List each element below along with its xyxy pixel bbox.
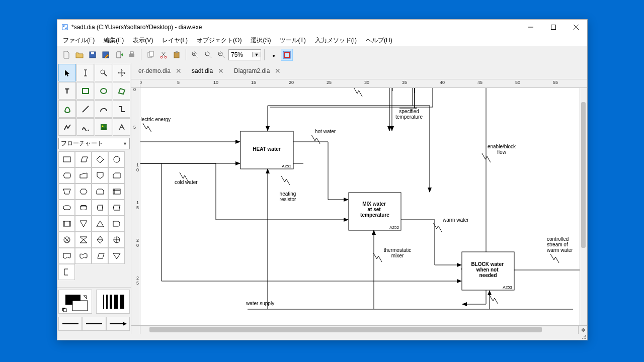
tool-pointer[interactable] xyxy=(58,64,76,81)
diagram: HEAT water A251 MIX water at set tempera… xyxy=(140,88,580,324)
tool-ellipse[interactable] xyxy=(95,82,112,100)
tab-er-demo[interactable]: er-demo.dia✕ xyxy=(133,65,186,77)
toolbox: T フローチャート ▼ xyxy=(57,63,131,334)
shape-display[interactable] xyxy=(58,167,75,184)
tool-zoom[interactable] xyxy=(95,64,112,81)
menu-file[interactable]: ファイル(F) xyxy=(58,35,99,46)
shape-data[interactable] xyxy=(92,248,108,264)
save-icon[interactable] xyxy=(87,49,99,61)
open-icon[interactable] xyxy=(73,49,86,61)
shape-delay[interactable] xyxy=(108,216,125,232)
color-swatch[interactable] xyxy=(58,290,92,314)
shape-manual-op[interactable] xyxy=(58,184,75,200)
menu-help[interactable]: ヘルプ(H) xyxy=(361,35,397,46)
tool-scroll[interactable] xyxy=(113,64,130,81)
app-window: *sadt.dia (C:¥Users¥softaro¥Desktop) - d… xyxy=(57,19,588,340)
tool-outline[interactable] xyxy=(113,118,130,136)
maximize-button[interactable] xyxy=(542,20,565,35)
shape-collate[interactable] xyxy=(75,232,92,248)
sheet-selector[interactable]: フローチャート ▼ xyxy=(58,138,130,149)
shape-extract[interactable] xyxy=(75,216,92,232)
tool-arc[interactable] xyxy=(95,100,112,118)
menu-objects[interactable]: オブジェクト(O) xyxy=(192,35,246,46)
zoom-fit-icon[interactable] xyxy=(202,49,214,61)
shape-or[interactable] xyxy=(108,232,125,248)
svg-rect-65 xyxy=(584,338,585,339)
shape-parallelogram[interactable] xyxy=(75,151,92,167)
saveas-icon[interactable] xyxy=(100,49,112,61)
close-icon[interactable]: ✕ xyxy=(273,67,283,75)
tool-polygon[interactable] xyxy=(113,82,130,100)
close-icon[interactable]: ✕ xyxy=(216,67,226,75)
shape-direct-data[interactable] xyxy=(92,200,108,216)
cut-icon[interactable] xyxy=(157,49,170,61)
tool-text-edit[interactable] xyxy=(76,64,94,81)
snap-object-icon[interactable] xyxy=(281,49,293,61)
menu-input[interactable]: 入力メソッド(I) xyxy=(310,35,361,46)
shape-process[interactable] xyxy=(58,151,75,167)
shape-annotation[interactable] xyxy=(58,264,75,280)
shape-predefined[interactable] xyxy=(58,216,75,232)
horizontal-scrollbar[interactable] xyxy=(140,325,578,334)
zoom-in-icon[interactable] xyxy=(189,49,201,61)
vertical-scrollbar[interactable] xyxy=(580,88,587,325)
new-icon[interactable] xyxy=(60,49,72,61)
menu-select[interactable]: 選択(S) xyxy=(246,35,275,46)
shape-sum[interactable] xyxy=(58,232,75,248)
shape-merge2[interactable] xyxy=(108,248,125,264)
shape-offpage[interactable] xyxy=(92,167,108,184)
menu-edit[interactable]: 編集(E) xyxy=(99,35,128,46)
paste-icon[interactable] xyxy=(171,49,183,61)
canvas-nav-icon[interactable]: ✥ xyxy=(578,325,587,334)
copy-icon[interactable] xyxy=(144,49,156,61)
menu-layers[interactable]: レイヤ(L) xyxy=(157,35,192,46)
tool-beziergon[interactable] xyxy=(58,100,76,118)
arrow-start[interactable] xyxy=(58,317,82,331)
arrow-end[interactable] xyxy=(106,317,130,331)
svg-rect-68 xyxy=(584,336,585,337)
shape-terminator[interactable] xyxy=(58,200,75,216)
menu-tools[interactable]: ツール(T) xyxy=(275,35,310,46)
tab-sadt[interactable]: sadt.dia✕ xyxy=(187,65,228,77)
shape-decision[interactable] xyxy=(92,151,108,167)
zoom-value[interactable]: 75% xyxy=(229,51,252,58)
shape-magnetic-disk[interactable] xyxy=(75,200,92,216)
menu-view[interactable]: 表示(V) xyxy=(128,35,157,46)
tab-diagram2[interactable]: Diagram2.dia✕ xyxy=(229,65,285,77)
print-icon[interactable] xyxy=(126,49,138,61)
svg-rect-67 xyxy=(582,338,583,339)
shape-sort[interactable] xyxy=(92,232,108,248)
linewidth-swatch[interactable] xyxy=(96,290,130,314)
chevron-down-icon[interactable]: ▼ xyxy=(252,52,261,57)
tool-text[interactable]: T xyxy=(58,82,76,100)
tool-box[interactable] xyxy=(76,82,94,100)
shape-document[interactable] xyxy=(58,248,75,264)
tool-image[interactable] xyxy=(95,118,112,136)
shape-internal-storage[interactable] xyxy=(108,184,125,200)
canvas[interactable]: HEAT water A251 MIX water at set tempera… xyxy=(140,88,580,325)
minimize-button[interactable] xyxy=(519,20,542,35)
zoom-combo[interactable]: 75% ▼ xyxy=(228,49,261,60)
snap-point-icon[interactable] xyxy=(268,49,280,61)
shape-connector[interactable] xyxy=(108,151,125,167)
tool-zigzag[interactable] xyxy=(113,100,130,118)
svg-rect-66 xyxy=(585,336,586,337)
resize-grip-icon[interactable] xyxy=(581,334,587,340)
svg-rect-39 xyxy=(114,295,118,309)
zoom-out-icon[interactable] xyxy=(215,49,227,61)
tool-line[interactable] xyxy=(76,100,94,118)
shape-tape[interactable] xyxy=(75,248,92,264)
tool-polyline[interactable] xyxy=(58,118,76,136)
export-icon[interactable] xyxy=(113,49,125,61)
shape-stored-data[interactable] xyxy=(108,200,125,216)
line-style[interactable] xyxy=(82,317,106,331)
shape-manual-input[interactable] xyxy=(75,167,92,184)
tool-bezier[interactable] xyxy=(76,118,94,136)
shape-preparation[interactable] xyxy=(75,184,92,200)
shape-loop-limit[interactable] xyxy=(92,184,108,200)
close-button[interactable] xyxy=(565,20,587,35)
close-icon[interactable]: ✕ xyxy=(174,67,184,75)
shape-merge[interactable] xyxy=(92,216,108,232)
svg-text:A252: A252 xyxy=(389,225,399,230)
shape-card[interactable] xyxy=(108,167,125,184)
